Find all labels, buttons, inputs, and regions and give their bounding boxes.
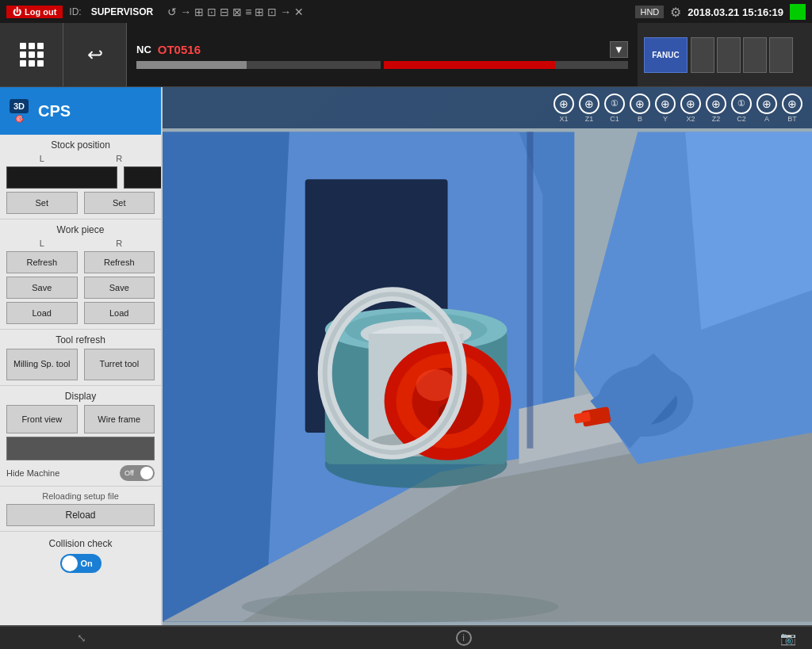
reload-section: Reloading setup file Reload [0,487,161,532]
top-right-area: HND ⚙ 2018.03.21 15:16:19 [635,4,806,20]
tool-refresh-title: Tool refresh [6,334,155,345]
fanuc-btn-1[interactable] [691,37,714,73]
hnd-badge: HND [635,6,664,18]
hide-machine-toggle[interactable]: Off [120,465,155,481]
info-icon[interactable]: i [456,630,472,646]
progress-bar-1-outer [136,61,381,69]
work-load-left-button[interactable]: Load [6,302,78,324]
work-load-right-button[interactable]: Load [84,302,155,324]
display-title: Display [6,391,155,402]
stock-left-input[interactable] [6,166,117,189]
expand-icon: ⤡ [77,632,86,644]
bottom-bar: ⤡ i 📷 [0,625,812,649]
sidebar: 3D 🎯 CPS Stock position L R Set Set Work… [0,87,163,625]
axis-c2: ① C2 [731,94,752,123]
display-section: Display Front view Wire frame Hide Machi… [0,386,161,487]
axis-y: ⊕ Y [655,94,676,123]
axis-b: ⊕ B [630,94,650,123]
collision-on-label: On [81,559,93,568]
nc-value: OT0516 [158,43,201,56]
viewport-header: ⊕ X1 ⊕ Z1 ① C1 ⊕ B ⊕ Y ⊕ X2 [163,87,812,128]
stock-left-label: L [6,154,78,163]
progress-bar-1-inner [136,61,247,69]
icon10: → [280,6,291,18]
axis-z2: ⊕ Z2 [706,94,726,123]
svg-point-32 [242,591,559,623]
icon11: ✕ [294,6,304,18]
collision-section: Collision check On [0,532,161,579]
collision-toggle[interactable]: On [60,554,102,573]
user-id: SUPERVISOR [91,6,153,17]
collision-title: Collision check [6,538,155,549]
axis-z1: ⊕ Z1 [579,94,599,123]
fanuc-buttons [691,37,793,73]
work-refresh-left-button[interactable]: Refresh [6,251,78,273]
bottom-center-area[interactable]: i [163,630,764,646]
viewport[interactable]: ⊕ X1 ⊕ Z1 ① C1 ⊕ B ⊕ Y ⊕ X2 [163,87,812,625]
icon6: ⊠ [232,6,242,18]
milling-sp-tool-button[interactable]: Milling Sp. tool [6,349,78,380]
stock-position-section: Stock position L R Set Set [0,135,161,220]
back-arrow-icon: ↩ [87,44,103,66]
nc-label: NC [136,44,151,55]
fanuc-logo: FANUC [644,37,688,73]
collision-knob [62,555,78,571]
fanuc-area: FANUC [638,23,812,86]
bottom-right-area: 📷 [764,631,812,646]
reload-button[interactable]: Reload [6,504,155,526]
work-left-label: L [6,239,78,248]
work-save-left-button[interactable]: Save [6,277,78,299]
axis-c1: ① C1 [604,94,625,123]
toggle-knob [140,467,153,479]
icon3: ⊞ [194,6,204,18]
progress-bar-2-outer [384,61,628,69]
work-piece-title: Work piece [6,224,155,235]
logout-label: Log out [25,7,56,17]
stock-position-title: Stock position [6,139,155,151]
turret-tool-button[interactable]: Turret tool [84,349,155,380]
front-view-button[interactable]: Front view [6,405,78,433]
cps-header: 3D 🎯 CPS [0,87,161,135]
3d-scene [163,128,812,625]
camera-icon: 📷 [780,631,796,646]
stock-right-label: R [84,154,155,163]
nc-dropdown-button[interactable]: ▼ [610,41,628,58]
icon7: ≡ [245,6,251,18]
fanuc-btn-2[interactable] [717,37,741,73]
axis-a: ⊕ A [756,94,777,123]
stock-right-input[interactable] [124,166,163,189]
work-piece-section: Work piece L R Refresh Refresh Save Save… [0,220,161,330]
3d-badge: 3D [10,99,29,113]
hide-machine-label: Hide Machine [6,468,113,478]
progress-bar-2-inner [384,61,555,69]
settings-icon: ⚙ [670,5,681,20]
stock-set-right-button[interactable]: Set [84,192,155,214]
svg-rect-31 [527,132,533,449]
icon4: ⊡ [207,6,216,18]
icon5: ⊟ [220,6,229,18]
top-icons: ↺ → ⊞ ⊡ ⊟ ⊠ ≡ ⊞ ⊡ → ✕ [167,6,304,18]
work-save-right-button[interactable]: Save [84,277,155,299]
top-bar: ⏻ Log out ID: SUPERVISOR ↺ → ⊞ ⊡ ⊟ ⊠ ≡ ⊞… [0,0,812,24]
logout-button[interactable]: ⏻ Log out [6,6,63,18]
axis-x2: ⊕ X2 [680,94,701,123]
second-bar: ↩ NC OT0516 ▼ FANUC [0,24,812,87]
status-indicator [790,4,806,20]
back-button[interactable]: ↩ [63,23,127,86]
work-right-label: R [84,239,155,248]
bottom-left-area: ⤡ [0,632,163,644]
work-refresh-right-button[interactable]: Refresh [84,251,155,273]
reload-title: Reloading setup file [6,491,155,501]
icon2: → [180,6,191,18]
fanuc-btn-3[interactable] [743,37,767,73]
wire-frame-button[interactable]: Wire frame [84,405,155,433]
logout-icon: ⏻ [13,7,21,17]
user-id-prefix: ID: [69,6,81,17]
3d-scene-svg [163,128,812,625]
stock-set-left-button[interactable]: Set [6,192,78,214]
axis-bt: ⊕ BT [782,94,802,123]
nc-area: NC OT0516 ▼ [127,23,638,86]
grid-menu-button[interactable] [0,23,63,86]
fanuc-btn-4[interactable] [769,37,793,73]
tool-refresh-section: Tool refresh Milling Sp. tool Turret too… [0,330,161,386]
